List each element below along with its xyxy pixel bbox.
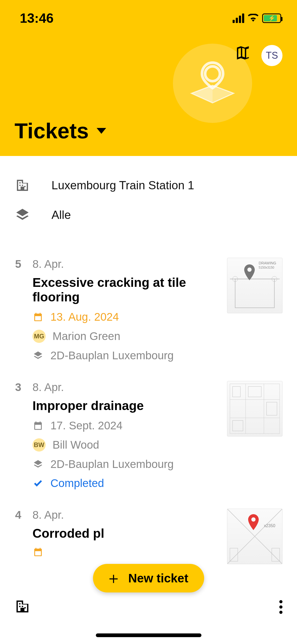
page-title-dropdown[interactable]: Tickets: [15, 118, 106, 143]
ticket-number: 3: [15, 381, 22, 490]
layer-filter[interactable]: Alle: [15, 200, 282, 230]
assignee-badge: BW: [32, 438, 46, 452]
due-date: 17. Sept. 2024: [50, 419, 122, 432]
status-bar: 13:46 ⚡: [0, 0, 297, 26]
svg-text:5150x3150: 5150x3150: [259, 266, 274, 269]
ticket-title: Improper drainage: [32, 398, 216, 413]
calendar-icon: [32, 312, 44, 322]
fab-label: New ticket: [128, 571, 188, 585]
ticket-thumbnail[interactable]: [227, 381, 282, 436]
header: 13:46 ⚡: [0, 0, 297, 156]
ticket-item[interactable]: 3 8. Apr. Improper drainage 17. Sept. 20…: [15, 371, 282, 499]
layers-icon: [15, 208, 30, 222]
pin-icon: [247, 514, 260, 531]
avatar[interactable]: TS: [261, 45, 282, 66]
project-filter[interactable]: Luxembourg Train Station 1: [15, 171, 282, 200]
ticket-thumbnail[interactable]: DRAWING5150x3150: [227, 258, 282, 313]
building-icon: [15, 178, 30, 193]
svg-point-0: [205, 66, 220, 81]
svg-rect-3: [235, 279, 275, 308]
check-icon: [32, 478, 44, 488]
ticket-status: Completed: [50, 477, 104, 490]
ticket-item[interactable]: 4 8. Apr. Corroded pl x2350: [15, 499, 282, 574]
svg-text:x2350: x2350: [264, 523, 275, 528]
due-date: 13. Aug. 2024: [50, 311, 119, 323]
svg-rect-15: [233, 421, 243, 431]
calendar-icon: [32, 547, 44, 557]
ticket-short-date: 8. Apr.: [32, 381, 64, 394]
ticket-title: Corroded pl: [32, 526, 216, 541]
bottom-bar: [0, 594, 297, 620]
wifi-icon: [248, 14, 258, 23]
ticket-item[interactable]: 5 8. Apr. Excessive cracking at tile flo…: [15, 248, 282, 371]
plan-name: 2D-Bauplan Luxembourg: [50, 349, 174, 362]
svg-rect-7: [230, 384, 280, 434]
projects-nav-icon[interactable]: [15, 599, 30, 615]
svg-rect-13: [248, 387, 261, 397]
layers-icon: [32, 459, 44, 469]
new-ticket-button[interactable]: ＋ New ticket: [93, 564, 204, 592]
svg-text:DRAWING: DRAWING: [259, 261, 276, 265]
chevron-down-icon: [97, 128, 106, 134]
ticket-number: 4: [15, 509, 22, 564]
layer-name: Alle: [51, 208, 71, 222]
page-title: Tickets: [15, 118, 89, 143]
layers-icon: [32, 351, 44, 361]
assignee-name: Bill Wood: [53, 439, 99, 451]
status-icons: ⚡: [233, 13, 281, 23]
ticket-thumbnail[interactable]: x2350: [227, 509, 282, 564]
ticket-title: Excessive cracking at tile flooring: [32, 275, 216, 304]
svg-rect-12: [233, 387, 241, 397]
calendar-icon: [32, 421, 44, 431]
pin-icon: [243, 264, 256, 281]
assignee-badge: MG: [32, 330, 46, 343]
filters: Luxembourg Train Station 1 Alle: [0, 156, 297, 238]
cellular-signal-icon: [233, 13, 244, 23]
plan-name: 2D-Bauplan Luxembourg: [50, 458, 174, 471]
svg-rect-14: [267, 402, 277, 415]
plus-icon: ＋: [106, 568, 121, 589]
ticket-short-date: 8. Apr.: [32, 509, 64, 521]
ticket-short-date: 8. Apr.: [32, 258, 64, 270]
battery-charging-icon: ⚡: [262, 13, 281, 23]
assignee-name: Marion Green: [53, 330, 120, 343]
status-time: 13:46: [20, 11, 54, 26]
ticket-number: 5: [15, 258, 22, 362]
map-icon[interactable]: [235, 45, 251, 62]
ticket-list: 5 8. Apr. Excessive cracking at tile flo…: [0, 238, 297, 584]
project-name: Luxembourg Train Station 1: [51, 179, 194, 192]
more-icon[interactable]: [279, 600, 282, 614]
home-indicator[interactable]: [96, 633, 201, 637]
